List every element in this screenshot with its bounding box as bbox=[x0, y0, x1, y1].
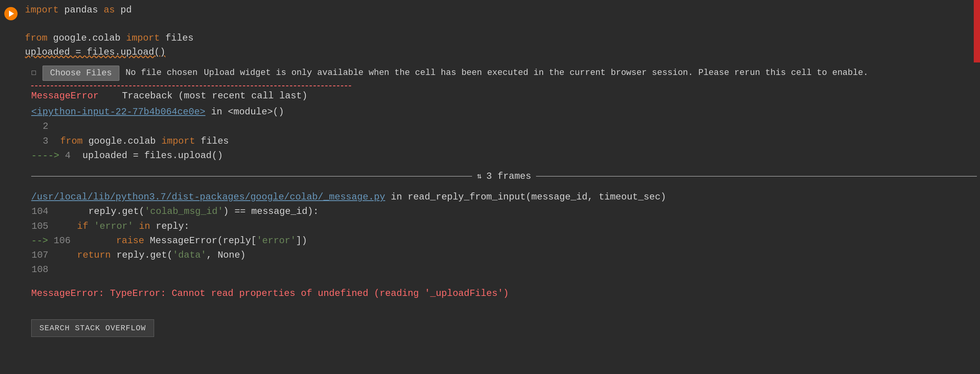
keyword-if: if bbox=[77, 219, 89, 233]
error-indicator-bar bbox=[974, 0, 980, 62]
keyword-import: import bbox=[25, 3, 59, 17]
tb-code bbox=[55, 134, 60, 148]
tb-line-3: 3 from google.colab import files bbox=[31, 134, 977, 148]
line-num: 108 bbox=[31, 262, 55, 277]
code-text: MessageError(reply[ bbox=[144, 233, 257, 248]
keyword-import2: import bbox=[126, 31, 160, 45]
code-line-107: 107 return reply.get( 'data' , None) bbox=[31, 248, 977, 262]
string-val: 'colab_msg_id' bbox=[144, 204, 223, 219]
code-text bbox=[55, 219, 77, 233]
file-link[interactable]: /usr/local/lib/python3.7/dist-packages/g… bbox=[31, 190, 385, 204]
string-val: 'error' bbox=[257, 233, 296, 248]
arrow-indicator: ----> bbox=[31, 148, 65, 163]
upload-warning-text: Upload widget is only available when the… bbox=[204, 66, 868, 80]
message-error-text: MessageError: TypeError: Cannot read pro… bbox=[31, 288, 509, 299]
code-text bbox=[88, 219, 94, 233]
tb-code: files bbox=[195, 134, 229, 148]
code-text: , None) bbox=[206, 248, 246, 262]
code-line-blank bbox=[25, 17, 968, 31]
code-text: pandas bbox=[59, 3, 103, 17]
traceback-header: MessageError Traceback (most recent call… bbox=[31, 89, 977, 103]
keyword-from: from bbox=[60, 134, 83, 148]
message-error-block: MessageError: TypeError: Cannot read pro… bbox=[31, 286, 977, 301]
run-button[interactable] bbox=[4, 7, 18, 20]
arrow-indicator-2: --> bbox=[31, 233, 54, 248]
code-text: reply.get( bbox=[111, 248, 172, 262]
file-context-text: in read_reply_from_input(message_id, tim… bbox=[385, 190, 666, 204]
code-line-104: 104 reply.get('colab_msg_id') == message… bbox=[31, 204, 977, 219]
code-line-105: 105 if 'error' in reply: bbox=[31, 219, 977, 233]
output-area: ☐ Choose Files No file chosen Upload wid… bbox=[22, 62, 980, 338]
string-val: 'data' bbox=[172, 248, 206, 262]
code-input-area[interactable]: import pandas as pd from google.colab im… bbox=[22, 0, 980, 62]
code-text bbox=[55, 248, 77, 262]
code-line-108: 108 bbox=[31, 262, 977, 277]
line-num: 104 bbox=[31, 204, 55, 219]
tb-code: google.colab bbox=[83, 134, 162, 148]
search-so-row: SEARCH STACK OVERFLOW bbox=[31, 310, 977, 337]
ipython-link-line: <ipython-input-22-77b4b064ce0e> in <modu… bbox=[31, 105, 977, 119]
cell-container: import pandas as pd from google.colab im… bbox=[0, 0, 980, 374]
keyword-raise: raise bbox=[116, 233, 144, 248]
divider-line-right bbox=[536, 176, 977, 176]
ipython-link[interactable]: <ipython-input-22-77b4b064ce0e> bbox=[31, 105, 205, 119]
keyword-as: as bbox=[104, 3, 115, 17]
line-num: 106 bbox=[54, 233, 77, 248]
frames-arrows-icon: ⇅ bbox=[477, 170, 481, 182]
code-text: ]) bbox=[296, 233, 307, 248]
cell-body: import pandas as pd from google.colab im… bbox=[22, 0, 980, 374]
line-num: 107 bbox=[31, 248, 55, 262]
file-link-line: /usr/local/lib/python3.7/dist-packages/g… bbox=[31, 190, 977, 204]
keyword-from: from bbox=[25, 31, 48, 45]
line-num: 2 bbox=[31, 119, 55, 134]
code-text: reply: bbox=[150, 219, 190, 233]
no-file-label: No file chosen bbox=[126, 66, 198, 80]
search-so-button[interactable]: SEARCH STACK OVERFLOW bbox=[31, 319, 154, 337]
module-call-text: in <module>() bbox=[205, 105, 284, 119]
keyword-in: in bbox=[139, 219, 150, 233]
upload-widget-row: ☐ Choose Files No file chosen Upload wid… bbox=[31, 66, 977, 81]
line-num: 105 bbox=[31, 219, 55, 233]
code-text: ) == message_id): bbox=[223, 204, 319, 219]
string-val: 'error' bbox=[94, 219, 133, 233]
choose-files-button[interactable]: Choose Files bbox=[43, 66, 119, 81]
frames-label: 3 frames bbox=[486, 169, 531, 183]
traceback-header-text: Traceback (most recent call last) bbox=[122, 89, 307, 103]
code-text: pd bbox=[115, 3, 131, 17]
code-line-106: --> 106 raise MessageError(reply[ 'error… bbox=[31, 233, 977, 248]
code-text bbox=[77, 233, 116, 248]
keyword-return: return bbox=[77, 248, 111, 262]
tb-line-4: ----> 4 uploaded = files.upload() bbox=[31, 148, 977, 163]
code-line-1: import pandas as pd bbox=[25, 3, 968, 17]
code-text bbox=[133, 219, 139, 233]
divider-line-left bbox=[31, 176, 472, 176]
cell-output-icon: ☐ bbox=[31, 66, 36, 80]
line-num: 3 bbox=[31, 134, 55, 148]
code-text: files bbox=[160, 31, 194, 45]
tb-line-blank: 2 bbox=[31, 119, 977, 134]
line-num: 4 bbox=[65, 148, 76, 163]
code-text: google.colab bbox=[48, 31, 126, 45]
code-text: uploaded = files.upload() bbox=[25, 45, 165, 59]
tb-code: uploaded = files.upload() bbox=[77, 148, 223, 163]
code-line-3: from google.colab import files bbox=[25, 31, 968, 45]
code-text: reply.get( bbox=[55, 204, 144, 219]
error-divider bbox=[31, 85, 351, 86]
keyword-import: import bbox=[162, 134, 195, 148]
code-line-4: uploaded = files.upload() bbox=[25, 45, 968, 59]
error-type-label: MessageError bbox=[31, 89, 99, 103]
frames-divider: ⇅ 3 frames bbox=[31, 169, 977, 183]
cell-gutter bbox=[0, 0, 22, 374]
